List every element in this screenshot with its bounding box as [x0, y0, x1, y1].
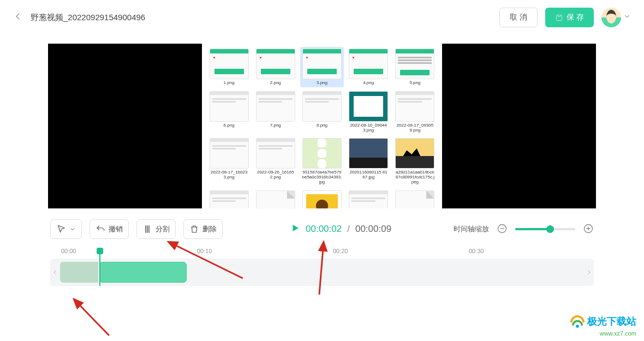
grid-item[interactable] [347, 189, 390, 208]
grid-item-label: 2022-09-26_161652.png [255, 170, 295, 180]
split-button[interactable]: 分割 [136, 219, 176, 239]
zoom-controls: 时间轴缩放 [454, 223, 594, 236]
annotation-arrow [60, 295, 115, 338]
grid-item-label: 5.png [409, 81, 420, 86]
cancel-button[interactable]: 取 消 [499, 8, 538, 27]
grid-item[interactable]: 3.png [300, 47, 343, 87]
header-right: 取 消 保 存 [499, 8, 631, 27]
grid-item-label: 7.png [270, 123, 281, 128]
grid-item[interactable]: 2022-08-10_090443.png [347, 89, 390, 135]
ruler-mark: 00:20 [333, 248, 348, 254]
delete-label: 删除 [202, 224, 217, 234]
header: 野葱视频_20220929154900496 取 消 保 存 [0, 0, 644, 35]
playhead[interactable] [99, 251, 100, 286]
grid-item-label: 2.png [270, 81, 281, 86]
svg-rect-0 [557, 15, 562, 20]
grid-item-label: a28d11a1aa019bcb87c80991fcdc175c.jpeg [395, 170, 435, 184]
grid-item[interactable] [393, 189, 437, 208]
grid-item-label: 1.png [224, 81, 235, 86]
grid-item[interactable]: 6.png [207, 89, 251, 135]
watermark: 极光下载站 www.xz7.com [570, 315, 636, 337]
grid-item-label: 2020116080115 8167.jpg [349, 170, 389, 180]
grid-item-label: 2022-08-17_093058.png [395, 123, 435, 133]
grid-item-label: 4.png [363, 81, 374, 86]
grid-item[interactable]: 2022-08-17_160233.png [207, 136, 251, 186]
zoom-slider-fill [515, 228, 550, 230]
time-total: 00:00:09 [355, 224, 391, 235]
undo-label: 撤销 [109, 224, 123, 234]
grid-item-label: 8.png [317, 123, 327, 128]
cursor-tool-button[interactable] [50, 219, 82, 239]
undo-button[interactable]: 撤销 [90, 219, 129, 239]
grid-item[interactable]: a28d11a1aa019bcb87c80991fcdc175c.jpeg [393, 136, 437, 186]
grid-item[interactable]: 7.png [254, 89, 297, 135]
grid-item[interactable]: 4.png [347, 47, 390, 87]
delete-button[interactable]: 删除 [183, 219, 223, 239]
time-current: 00:00:02 [306, 224, 342, 235]
time-separator: / [347, 224, 350, 235]
ruler-mark: 00:00 [61, 248, 76, 254]
avatar [601, 8, 621, 27]
watermark-brand: 极光下载站 [587, 316, 636, 327]
timeline-track[interactable] [60, 259, 584, 286]
watermark-url: www.xz7.com [570, 330, 636, 337]
zoom-in-icon[interactable] [583, 223, 594, 236]
header-left: 野葱视频_20220929154900496 [13, 11, 145, 23]
ruler-mark: 00:10 [197, 248, 212, 254]
grid-item[interactable]: 1.png [207, 47, 251, 87]
grid-item-label: 931587da4a7be579be5a0c3916b34393.jpg [302, 170, 342, 184]
timeline-ruler: 00:0000:1000:2000:30 [50, 248, 594, 259]
grid-item[interactable]: 2.png [254, 47, 297, 87]
avatar-menu[interactable] [601, 8, 631, 27]
ruler-mark: 00:30 [469, 248, 484, 254]
controls-row: 撤销 分割 删除 00:00:02 / 00:00:09 时间轴缩放 [0, 208, 644, 243]
save-button[interactable]: 保 存 [545, 8, 594, 27]
grid-item[interactable]: 5.png [393, 47, 437, 87]
grid-item-label: 6.png [224, 123, 235, 128]
grid-item-label: 2022-08-10_090443.png [349, 123, 389, 133]
grid-item[interactable]: 2022-08-17_093058.png [393, 89, 437, 135]
grid-item[interactable]: 931587da4a7be579be5a0c3916b34393.jpg [300, 136, 343, 186]
grid-item-label: 2022-08-17_160233.png [209, 170, 249, 180]
timeline-next-icon[interactable] [584, 259, 594, 286]
zoom-slider[interactable] [515, 228, 575, 230]
svg-line-5 [74, 299, 109, 336]
grid-item-label: 3.png [317, 81, 327, 86]
clip-dim[interactable] [60, 262, 98, 283]
zoom-label: 时间轴缩放 [454, 224, 489, 234]
back-icon[interactable] [13, 11, 23, 23]
zoom-slider-thumb[interactable] [546, 225, 554, 233]
grid-item[interactable] [207, 189, 251, 208]
svg-point-6 [576, 325, 579, 328]
file-grid: 1.png2.png3.png4.png5.png6.png7.png8.png… [202, 44, 442, 208]
split-label: 分割 [156, 224, 170, 234]
chevron-down-icon [623, 13, 631, 22]
time-display: 00:00:02 / 00:00:09 [290, 223, 391, 236]
timeline-track-container [50, 259, 594, 286]
grid-item[interactable] [300, 189, 343, 208]
page-title: 野葱视频_20220929154900496 [31, 13, 145, 23]
grid-item[interactable]: 2022-09-26_161652.png [254, 136, 297, 186]
save-label: 保 存 [567, 13, 584, 22]
video-preview: 1.png2.png3.png4.png5.png6.png7.png8.png… [48, 44, 596, 208]
grid-item[interactable] [254, 189, 297, 208]
timeline-prev-icon[interactable] [50, 259, 60, 286]
clip-main[interactable] [99, 262, 187, 283]
grid-item[interactable]: 2020116080115 8167.jpg [347, 136, 390, 186]
play-icon[interactable] [290, 223, 300, 236]
timeline: 00:0000:1000:2000:30 [0, 243, 644, 286]
grid-item[interactable]: 8.png [300, 89, 343, 135]
watermark-logo-icon [570, 315, 585, 330]
zoom-out-icon[interactable] [497, 223, 508, 236]
